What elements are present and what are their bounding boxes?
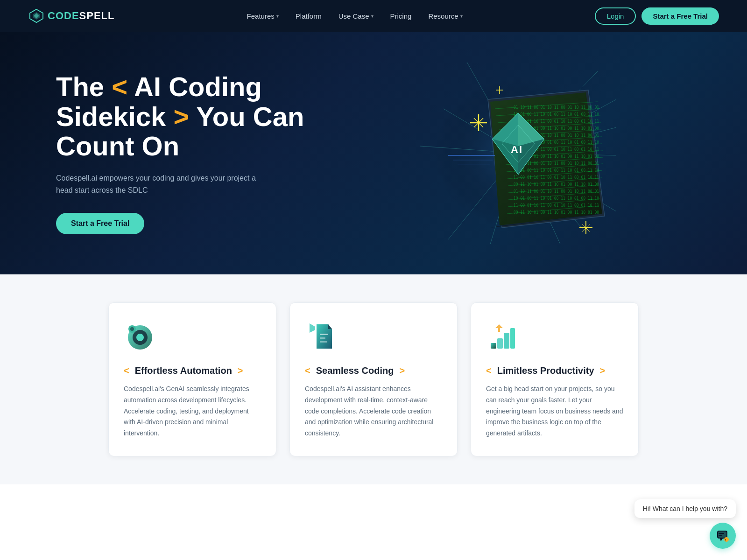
logo-icon <box>28 7 45 24</box>
navbar: CODESPELL Features ▾ Platform Use Case ▾… <box>0 0 747 32</box>
svg-point-75 <box>130 327 134 331</box>
svg-text:11 00 01 10 11 00 01 10 11 00 : 11 00 01 10 11 00 01 10 11 00 01 10 11 <box>514 203 599 208</box>
logo[interactable]: CODESPELL <box>28 7 114 24</box>
accent-gt-icon: > <box>174 101 190 132</box>
chevron-down-icon: ▾ <box>460 14 463 19</box>
card-desc-automation: Codespell.ai's GenAI seamlessly integrat… <box>124 384 261 439</box>
svg-rect-84 <box>504 333 509 349</box>
chevron-down-icon: ▾ <box>276 14 279 19</box>
nav-item-pricing[interactable]: Pricing <box>384 8 418 24</box>
svg-rect-78 <box>320 334 328 335</box>
hero-title-line1: The < AI Coding <box>56 71 262 102</box>
cards-section: < Effortless Automation > Codespell.ai's… <box>0 274 747 484</box>
svg-text:AI: AI <box>511 144 523 155</box>
login-button[interactable]: Login <box>595 7 636 25</box>
nav-links: Features ▾ Platform Use Case ▾ Pricing R… <box>240 8 469 24</box>
card-coding: < Seamless Coding > Codespell.ai's AI as… <box>289 302 458 456</box>
logo-code-text: CODE <box>48 10 79 21</box>
logo-spell-text: SPELL <box>79 10 115 21</box>
svg-rect-80 <box>320 341 327 343</box>
svg-rect-85 <box>510 328 515 349</box>
card-productivity: < Limitless Productivity > Get a big hea… <box>471 302 639 456</box>
svg-text:11 00 01 10 11 00 01 10 11 00 : 11 00 01 10 11 00 01 10 11 00 01 10 11 <box>514 175 599 180</box>
svg-text:01 10 11 00 01 10 11 00 01 10 : 01 10 11 00 01 10 11 00 01 10 11 00 01 <box>514 105 599 110</box>
svg-text:10 01 00 11 10 01 00 11 10 01 : 10 01 00 11 10 01 00 11 10 01 00 11 10 <box>514 196 599 201</box>
card-title-coding: < Seamless Coding > <box>305 365 442 376</box>
svg-marker-77 <box>328 324 332 329</box>
svg-marker-81 <box>310 323 315 333</box>
svg-rect-82 <box>491 343 496 349</box>
svg-text:10 01 00 11 10 01 00 11 10 01 : 10 01 00 11 10 01 00 11 10 01 00 11 10 <box>514 112 599 117</box>
hero-title-line3: Count On <box>56 131 179 161</box>
hero-title-line2: Sidekick > You Can <box>56 101 304 132</box>
hero-illustration: 01 10 11 00 01 10 11 00 01 10 11 00 01 1… <box>420 62 616 244</box>
nav-actions: Login Start a Free Trial <box>595 7 719 25</box>
svg-text:10 01 00 11 10 01 00 11 10 01 : 10 01 00 11 10 01 00 11 10 01 00 11 10 <box>514 168 599 173</box>
nav-item-features[interactable]: Features ▾ <box>240 8 285 24</box>
svg-text:00 11 10 01 00 11 10 01 00 11 : 00 11 10 01 00 11 10 01 00 11 10 01 00 <box>514 210 599 215</box>
chevron-down-icon: ▾ <box>371 14 374 19</box>
accent-lt-icon: < <box>112 71 134 102</box>
card-title-productivity: < Limitless Productivity > <box>486 365 623 376</box>
hero-subtitle: Codespell.ai empowers your coding and gi… <box>56 172 271 196</box>
card-desc-productivity: Get a big head start on your projects, s… <box>486 384 623 439</box>
svg-text:00 11 10 01 00 11 10 01 00 11 : 00 11 10 01 00 11 10 01 00 11 10 01 00 <box>514 182 599 187</box>
hero-section: The < AI Coding Sidekick > You Can Count… <box>0 32 747 274</box>
nav-item-platform[interactable]: Platform <box>289 8 328 24</box>
card-icon-coding <box>305 320 338 352</box>
svg-point-73 <box>136 334 144 341</box>
hero-trial-button[interactable]: Start a Free Trial <box>56 213 144 234</box>
svg-marker-86 <box>495 324 503 332</box>
nav-item-usecase[interactable]: Use Case ▾ <box>332 8 380 24</box>
hero-content: The < AI Coding Sidekick > You Can Count… <box>56 72 317 235</box>
hero-visual: 01 10 11 00 01 10 11 00 01 10 11 00 01 1… <box>317 60 719 246</box>
card-desc-coding: Codespell.ai's AI assistant enhances dev… <box>305 384 442 439</box>
svg-rect-79 <box>320 337 325 339</box>
card-icon-productivity <box>486 320 519 352</box>
hero-title: The < AI Coding Sidekick > You Can Count… <box>56 72 317 161</box>
svg-rect-83 <box>497 338 503 349</box>
svg-text:01 10 11 00 01 10 11 00 01 10 : 01 10 11 00 01 10 11 00 01 10 11 00 01 <box>514 189 599 194</box>
nav-item-resource[interactable]: Resource ▾ <box>422 8 469 24</box>
card-icon-automation <box>124 320 156 352</box>
card-title-automation: < Effortless Automation > <box>124 365 261 376</box>
card-automation: < Effortless Automation > Codespell.ai's… <box>108 302 276 456</box>
nav-trial-button[interactable]: Start a Free Trial <box>641 7 719 25</box>
